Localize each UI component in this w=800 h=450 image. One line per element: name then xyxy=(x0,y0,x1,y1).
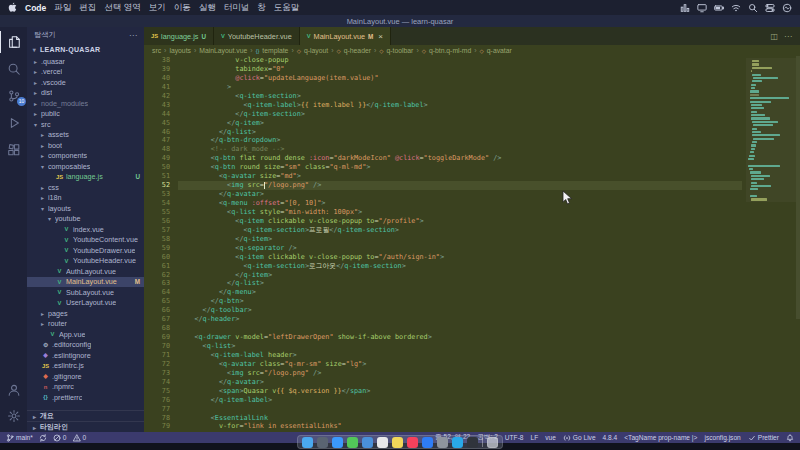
code-line[interactable]: <!-- dark_mode --> xyxy=(178,145,742,154)
code-line[interactable]: </q-toolbar> xyxy=(178,306,742,315)
code-editor[interactable]: 3839404142434445464748495051525354555657… xyxy=(144,56,742,432)
project-section-header[interactable]: ▾ LEARN-QUASAR xyxy=(27,43,144,56)
code-line[interactable]: @click="updateLanguage(item.value)" xyxy=(178,74,742,83)
tree-item[interactable]: ▸.quasar xyxy=(27,56,144,67)
code-line[interactable]: <q-item-section>로그아웃</q-item-section> xyxy=(178,262,742,271)
menu-item[interactable]: 편집 xyxy=(79,2,96,14)
code-line[interactable]: tabindex="0" xyxy=(178,65,742,74)
breadcrumb-item[interactable]: src xyxy=(152,47,161,54)
settings-gear-icon[interactable] xyxy=(0,405,27,427)
code-line[interactable]: </q-item-section> xyxy=(178,110,742,119)
tree-item[interactable]: VMainLayout.vueM xyxy=(27,277,144,288)
dock-mail[interactable] xyxy=(362,437,373,448)
tree-item[interactable]: ▸node_modules xyxy=(27,98,144,109)
dock-notes[interactable] xyxy=(392,437,403,448)
tab-mainlayout-vue[interactable]: VMainLayout.vueM× xyxy=(300,27,391,45)
tree-item[interactable]: VYoutubeDrawer.vue xyxy=(27,245,144,256)
sidebar-panel[interactable]: ▸타임라인 xyxy=(27,421,144,432)
control-center-icon[interactable] xyxy=(765,3,775,13)
dock-finder[interactable] xyxy=(302,437,313,448)
code-line[interactable]: <q-list style="min-width: 100px"> xyxy=(178,208,742,217)
tree-item[interactable]: n.npmrc xyxy=(27,382,144,393)
breadcrumb-item[interactable]: layouts xyxy=(169,47,191,54)
status-jsconfig[interactable]: jsconfig.json xyxy=(704,434,740,441)
battery-icon[interactable] xyxy=(714,3,724,13)
code-line[interactable]: <q-menu :offset="[0, 10]"> xyxy=(178,199,742,208)
tree-item[interactable]: ▾layouts xyxy=(27,203,144,214)
code-line[interactable]: v-close-popup xyxy=(178,56,742,65)
code-line[interactable]: <q-item-label>{{ item.label }}</q-item-l… xyxy=(178,101,742,110)
source-control-icon[interactable]: 10 xyxy=(0,85,27,107)
code-line[interactable]: <q-item-label header> xyxy=(178,351,742,360)
tree-item[interactable]: VUserLayout.vue xyxy=(27,298,144,309)
tab-youtubeheader-vue[interactable]: VYoutubeHeader.vue xyxy=(214,27,300,45)
code-line[interactable]: </q-btn> xyxy=(178,297,742,306)
dock-vscode[interactable] xyxy=(452,437,463,448)
app-menu-code[interactable]: Code xyxy=(25,3,46,13)
tree-item[interactable]: ▸.vscode xyxy=(27,77,144,88)
status-extension-version[interactable]: 4.8.4 xyxy=(603,434,618,441)
tree-item[interactable]: ▸components xyxy=(27,151,144,162)
code-line[interactable] xyxy=(178,324,742,333)
code-line[interactable]: </q-avatar> xyxy=(178,190,742,199)
status-prettier[interactable]: Prettier xyxy=(748,434,779,442)
breadcrumb-item[interactable]: q-avatar xyxy=(487,47,512,54)
status-eol[interactable]: LF xyxy=(531,434,539,441)
menu-item[interactable]: 보기 xyxy=(149,2,166,14)
code-line[interactable]: <q-drawer v-model="leftDrawerOpen" show-… xyxy=(178,333,742,342)
tree-item[interactable]: VYoutubeHeader.vue xyxy=(27,256,144,267)
menu-item[interactable]: 파일 xyxy=(54,2,71,14)
tree-item[interactable]: JSlanguage.jsU xyxy=(27,172,144,183)
tree-item[interactable]: ▾src xyxy=(27,119,144,130)
sidebar-panel[interactable]: ▸개요 xyxy=(27,410,144,421)
menu-item[interactable]: 창 xyxy=(257,2,266,14)
tree-item[interactable]: VAuthLayout.vue xyxy=(27,266,144,277)
code-line[interactable]: </q-item-label> xyxy=(178,396,742,405)
tree-item[interactable]: ▸public xyxy=(27,109,144,120)
split-editor-icon[interactable]: ◫ xyxy=(770,32,778,41)
status-encoding[interactable]: UTF-8 xyxy=(505,434,524,441)
status-warnings[interactable]: 0 xyxy=(73,434,87,442)
window-title-bar[interactable]: MainLayout.vue — learn-quasar xyxy=(0,15,800,27)
editor-scrollbar[interactable] xyxy=(796,56,800,432)
breadcrumb-item[interactable]: q-btn.q-ml-md xyxy=(429,47,471,54)
breadcrumb-item[interactable]: q-layout xyxy=(304,47,328,54)
tree-item[interactable]: ▾youtube xyxy=(27,214,144,225)
code-line[interactable]: </q-item> xyxy=(178,271,742,280)
code-line[interactable]: <q-item clickable v-close-popup to="/aut… xyxy=(178,253,742,262)
status-inlay-hint-toggle[interactable]: <TagName prop-name |> xyxy=(624,434,697,441)
tree-item[interactable]: ▸assets xyxy=(27,130,144,141)
tree-item[interactable]: ▸boot xyxy=(27,140,144,151)
dock-terminal[interactable] xyxy=(467,437,478,448)
tree-item[interactable]: {}.prettierrc xyxy=(27,392,144,403)
code-line[interactable]: </q-avatar> xyxy=(178,378,742,387)
more-actions-icon[interactable]: ⋯ xyxy=(129,31,137,40)
breadcrumb-item[interactable]: q-header xyxy=(344,47,371,54)
code-line[interactable]: <q-item clickable v-close-popup to="/pro… xyxy=(178,217,742,226)
tree-item[interactable]: ▸i18n xyxy=(27,193,144,204)
dock-system-settings[interactable] xyxy=(437,437,448,448)
status-notifications[interactable] xyxy=(786,434,794,442)
code-line[interactable]: <q-btn flat round dense :icon="darkModeI… xyxy=(178,154,742,163)
code-line[interactable]: <q-btn round size="sm" class="q-ml-md"> xyxy=(178,163,742,172)
code-line[interactable]: v-for="link in essentialLinks" xyxy=(178,422,742,431)
tree-item[interactable]: VSubLayout.vue xyxy=(27,287,144,298)
status-go-live[interactable]: Go Live xyxy=(563,434,596,442)
status-git-branch[interactable]: main* xyxy=(6,434,33,442)
dock-safari[interactable] xyxy=(332,437,343,448)
display-icon[interactable] xyxy=(697,3,707,13)
status-language-mode[interactable]: vue xyxy=(545,434,556,441)
tree-item[interactable]: ◆.eslintignore xyxy=(27,350,144,361)
menu-item[interactable]: 실행 xyxy=(199,2,216,14)
code-line[interactable]: </q-btn-dropdown> xyxy=(178,136,742,145)
run-debug-icon[interactable] xyxy=(0,112,27,134)
explorer-icon[interactable] xyxy=(0,31,27,53)
tree-item[interactable]: ▸css xyxy=(27,182,144,193)
wifi-icon[interactable] xyxy=(731,3,741,13)
siri-icon[interactable] xyxy=(782,3,792,13)
dock-messages[interactable] xyxy=(347,437,358,448)
status-errors[interactable]: 0 xyxy=(53,434,67,442)
breadcrumb[interactable]: src›layouts›MainLayout.vue›{}template›◇q… xyxy=(144,45,800,56)
scrollbar-thumb[interactable] xyxy=(796,56,800,319)
search-icon[interactable] xyxy=(0,58,27,80)
